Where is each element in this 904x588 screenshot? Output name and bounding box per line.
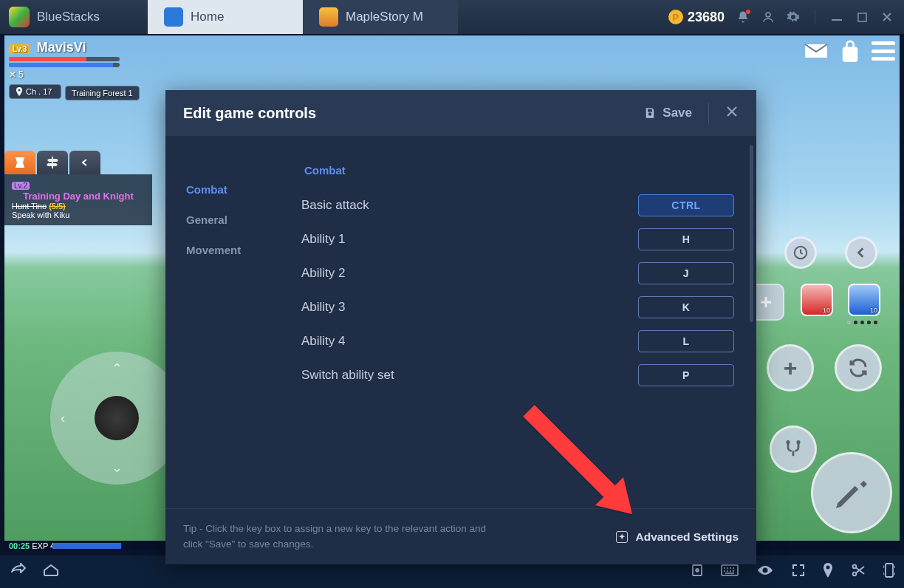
control-label: Ability 3 — [301, 300, 346, 315]
svg-rect-2 — [857, 13, 866, 21]
control-label: Switch ability set — [301, 368, 394, 383]
edit-controls-modal: Edit game controls Save Combat General — [165, 90, 756, 564]
game-viewport: Lv.3 MavisVi 47 ✕5 Ch . 17 Training Fore… — [0, 34, 904, 555]
control-row-ability-4: Ability 4 L — [301, 330, 734, 352]
scrollbar[interactable] — [750, 145, 753, 322]
controls-pane: Combat Basic attack CTRL Ability 1 H Abi… — [291, 136, 756, 508]
control-row-ability-3: Ability 3 K — [301, 296, 734, 318]
coin-value: 23680 — [688, 10, 725, 25]
svg-rect-8 — [722, 565, 738, 575]
tab-home-label: Home — [191, 10, 224, 24]
side-tab-movement[interactable]: Movement — [165, 235, 291, 265]
advanced-settings-icon: ✦ — [616, 531, 628, 543]
close-modal-button[interactable] — [725, 105, 739, 122]
app-name: BlueStacks — [37, 10, 100, 24]
home-icon — [164, 7, 183, 27]
lock-rotation-icon[interactable] — [691, 564, 703, 581]
location-pin-icon[interactable] — [823, 563, 833, 581]
controls-section-title: Combat — [304, 164, 734, 177]
tab-home[interactable]: Home — [148, 0, 303, 34]
side-tab-combat[interactable]: Combat — [165, 174, 291, 205]
svg-rect-11 — [886, 564, 893, 577]
android-home-icon[interactable] — [43, 564, 59, 581]
key-box-ability-2[interactable]: J — [638, 262, 734, 284]
control-label: Ability 4 — [301, 334, 346, 349]
notification-bell-icon[interactable] — [736, 10, 750, 24]
minimize-icon[interactable] — [830, 10, 843, 24]
account-icon[interactable] — [761, 10, 775, 24]
advanced-settings-label: Advanced Settings — [635, 530, 739, 544]
control-row-basic-attack: Basic attack CTRL — [301, 194, 734, 216]
logo-area: BlueStacks — [0, 7, 148, 27]
titlebar-right-controls: P 23680 — [668, 10, 904, 25]
svg-point-0 — [766, 13, 770, 17]
svg-point-9 — [853, 564, 857, 568]
maximize-icon[interactable] — [855, 10, 869, 24]
coin-balance[interactable]: P 23680 — [668, 10, 725, 25]
modal-overlay: Edit game controls Save Combat General — [4, 35, 900, 551]
android-back-icon[interactable] — [9, 563, 27, 581]
close-icon — [725, 105, 739, 118]
coin-icon: P — [668, 10, 683, 24]
save-button-label: Save — [662, 106, 692, 120]
save-floppy-icon — [643, 106, 657, 120]
svg-point-7 — [696, 569, 699, 572]
save-button[interactable]: Save — [643, 106, 692, 120]
control-row-switch-ability-set: Switch ability set P — [301, 364, 734, 386]
key-box-switch-ability[interactable]: P — [638, 364, 734, 386]
footer-tip-text: Tip - Click the key box to assign a new … — [183, 522, 501, 552]
advanced-settings-button[interactable]: ✦ Advanced Settings — [616, 530, 739, 544]
control-label: Basic attack — [301, 198, 369, 213]
keyboard-icon[interactable] — [721, 564, 739, 580]
side-tab-general[interactable]: General — [165, 205, 291, 235]
tab-maplestory-label: MapleStory M — [346, 10, 423, 24]
key-box-ability-1[interactable]: H — [638, 228, 734, 250]
bluestacks-logo-icon — [9, 7, 30, 27]
key-box-ability-3[interactable]: K — [638, 296, 734, 318]
app-tabs: Home MapleStory M — [148, 0, 458, 34]
scissors-icon[interactable] — [851, 563, 866, 581]
visibility-eye-icon[interactable] — [756, 564, 774, 580]
modal-header: Edit game controls Save — [165, 90, 756, 136]
title-bar: BlueStacks Home MapleStory M P 23680 — [0, 0, 904, 34]
close-window-icon[interactable] — [880, 10, 894, 24]
settings-gear-icon[interactable] — [787, 10, 800, 24]
control-row-ability-1: Ability 1 H — [301, 228, 734, 250]
svg-rect-1 — [832, 19, 842, 21]
control-label: Ability 1 — [301, 232, 346, 247]
fullscreen-icon[interactable] — [792, 564, 805, 581]
maplestory-icon — [319, 7, 338, 27]
control-label: Ability 2 — [301, 266, 346, 281]
modal-side-tabs: Combat General Movement — [165, 136, 291, 508]
svg-point-10 — [853, 572, 857, 575]
modal-footer: Tip - Click the key box to assign a new … — [165, 508, 756, 564]
shake-device-icon[interactable] — [883, 562, 895, 582]
key-box-ability-4[interactable]: L — [638, 330, 734, 352]
modal-title: Edit game controls — [183, 105, 316, 122]
control-row-ability-2: Ability 2 J — [301, 262, 734, 284]
tab-maplestory[interactable]: MapleStory M — [303, 0, 458, 34]
key-box-basic-attack[interactable]: CTRL — [638, 194, 734, 216]
